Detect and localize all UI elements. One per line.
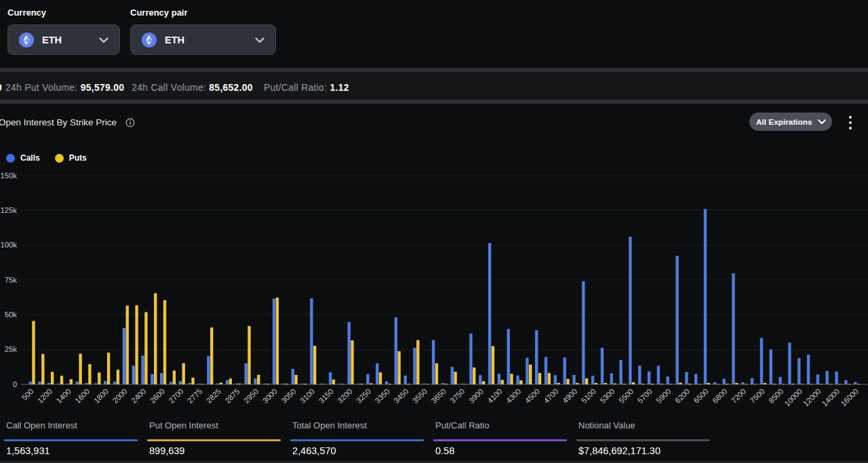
svg-text:1600: 1600	[73, 387, 91, 405]
svg-text:5100: 5100	[580, 387, 597, 405]
svg-text:75k: 75k	[5, 276, 18, 284]
svg-text:3200: 3200	[336, 387, 353, 405]
svg-text:3750: 3750	[448, 387, 466, 405]
svg-text:2600: 2600	[149, 387, 166, 405]
svg-text:3100: 3100	[298, 387, 316, 405]
svg-text:2700: 2700	[167, 387, 184, 405]
svg-text:6800: 6800	[711, 387, 728, 405]
svg-text:3050: 3050	[279, 387, 297, 405]
svg-text:5700: 5700	[636, 387, 654, 405]
svg-text:3150: 3150	[317, 387, 335, 405]
svg-text:150k: 150k	[1, 172, 18, 180]
svg-text:1200: 1200	[36, 387, 54, 405]
svg-text:2950: 2950	[242, 387, 260, 405]
svg-text:5300: 5300	[598, 387, 616, 405]
svg-text:3550: 3550	[411, 387, 429, 405]
svg-text:125k: 125k	[1, 206, 18, 214]
svg-text:500: 500	[20, 387, 35, 402]
svg-text:3250: 3250	[355, 387, 372, 405]
svg-text:2000: 2000	[111, 387, 128, 405]
svg-text:5500: 5500	[617, 387, 635, 405]
svg-text:6200: 6200	[673, 387, 691, 405]
svg-text:0: 0	[13, 380, 17, 388]
svg-text:2400: 2400	[130, 387, 147, 405]
svg-text:2775: 2775	[186, 387, 203, 405]
svg-text:7500: 7500	[749, 387, 766, 405]
svg-text:3900: 3900	[467, 387, 485, 405]
svg-text:4900: 4900	[561, 387, 578, 405]
svg-text:7200: 7200	[730, 387, 747, 405]
svg-text:5900: 5900	[654, 387, 672, 405]
svg-text:25k: 25k	[5, 345, 18, 353]
svg-text:16000: 16000	[839, 387, 860, 408]
svg-text:3000: 3000	[261, 387, 279, 405]
svg-text:100k: 100k	[1, 241, 18, 249]
svg-text:1800: 1800	[92, 387, 110, 405]
svg-text:10000: 10000	[783, 387, 804, 408]
svg-text:14000: 14000	[821, 387, 842, 408]
svg-text:3450: 3450	[392, 387, 410, 405]
svg-text:50k: 50k	[5, 310, 18, 319]
svg-text:4700: 4700	[542, 387, 559, 405]
svg-text:4100: 4100	[486, 387, 503, 405]
svg-text:12000: 12000	[802, 387, 823, 408]
svg-text:4500: 4500	[524, 387, 541, 405]
svg-text:2875: 2875	[223, 387, 241, 405]
svg-text:3650: 3650	[430, 387, 448, 405]
svg-text:3350: 3350	[374, 387, 391, 405]
svg-text:6500: 6500	[692, 387, 710, 405]
svg-text:2825: 2825	[205, 387, 222, 405]
svg-text:4300: 4300	[505, 387, 522, 405]
svg-text:1400: 1400	[55, 387, 73, 405]
